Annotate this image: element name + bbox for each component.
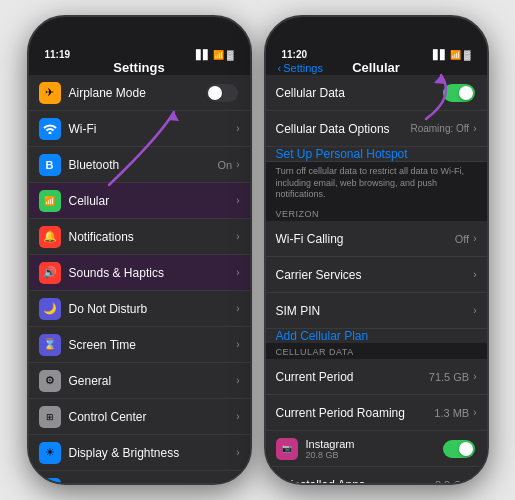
wificalling-value: Off xyxy=(455,233,469,245)
cellular-screen-title: Cellular xyxy=(352,60,400,75)
uninstalledapps-row[interactable]: Uninstalled Apps 8.9 GB › xyxy=(266,467,487,483)
wifi-icon-2: 📶 xyxy=(450,50,461,60)
currentroaming-value: 1.3 MB xyxy=(434,407,469,419)
bluetooth-value: On xyxy=(217,159,232,171)
cellulardata-row[interactable]: Cellular Data xyxy=(266,75,487,111)
wifi-icon xyxy=(39,118,61,140)
section-1: ✈ Airplane Mode Wi-Fi › B Bluetooth On xyxy=(29,75,250,219)
bluetooth-chevron: › xyxy=(236,159,239,170)
homescreen-icon: ⊞ xyxy=(39,478,61,484)
screentime-row[interactable]: ⌛ Screen Time › xyxy=(29,327,250,363)
homescreen-row[interactable]: ⊞ Home Screen › xyxy=(29,471,250,483)
simpin-chevron: › xyxy=(473,305,476,316)
currentperiod-value: 71.5 GB xyxy=(429,371,469,383)
instagram-sub: 20.8 GB xyxy=(306,450,443,460)
notch-2 xyxy=(331,17,421,39)
airplane-toggle[interactable] xyxy=(206,84,238,102)
cellulardataoptions-chevron: › xyxy=(473,123,476,134)
add-cellular-plan-label: Add Cellular Plan xyxy=(276,329,369,343)
notifications-icon: 🔔 xyxy=(39,226,61,248)
wifi-icon-1: 📶 xyxy=(213,50,224,60)
cellulardata-toggle-thumb xyxy=(459,86,473,100)
cellulardataoptions-label: Cellular Data Options xyxy=(276,122,411,136)
verizon-section: Wi-Fi Calling Off › Carrier Services › S… xyxy=(266,221,487,329)
back-chevron: ‹ xyxy=(278,62,282,74)
personal-hotspot-label: Set Up Personal Hotspot xyxy=(276,147,408,161)
currentperiod-row[interactable]: Current Period 71.5 GB › xyxy=(266,359,487,395)
instagram-info: Instagram 20.8 GB xyxy=(306,438,443,460)
personal-hotspot-row[interactable]: Set Up Personal Hotspot xyxy=(266,147,487,162)
general-chevron: › xyxy=(236,375,239,386)
time-1: 11:19 xyxy=(45,49,71,60)
cellular-hint-text: Turn off cellular data to restrict all d… xyxy=(266,162,487,205)
cellular-row[interactable]: 📶 Cellular › xyxy=(29,183,250,219)
uninstalledapps-value: 8.9 GB xyxy=(435,479,469,483)
display-chevron: › xyxy=(236,447,239,458)
signal-icon-2: ▋▋ xyxy=(433,50,447,60)
airplane-toggle-thumb xyxy=(208,86,222,100)
section-3: ⚙ General › ⊞ Control Center › ☀ Display… xyxy=(29,363,250,483)
wifi-row[interactable]: Wi-Fi › xyxy=(29,111,250,147)
airplane-icon: ✈ xyxy=(39,82,61,104)
cellular-label: Cellular xyxy=(69,194,237,208)
screentime-icon: ⌛ xyxy=(39,334,61,356)
uninstalledapps-chevron: › xyxy=(473,479,476,483)
cellulardataoptions-row[interactable]: Cellular Data Options Roaming: Off › xyxy=(266,111,487,147)
donotdisturb-label: Do Not Disturb xyxy=(69,302,237,316)
carrierservices-label: Carrier Services xyxy=(276,268,474,282)
sounds-chevron: › xyxy=(236,267,239,278)
instagram-toggle[interactable] xyxy=(443,440,475,458)
instagram-label: Instagram xyxy=(306,438,443,450)
notifications-row[interactable]: 🔔 Notifications › xyxy=(29,219,250,255)
notch-1 xyxy=(94,17,184,39)
controlcenter-icon: ⊞ xyxy=(39,406,61,428)
wifi-chevron: › xyxy=(236,123,239,134)
currentperiod-label: Current Period xyxy=(276,370,429,384)
currentroaming-row[interactable]: Current Period Roaming 1.3 MB › xyxy=(266,395,487,431)
status-icons-1: ▋▋ 📶 ▓ xyxy=(196,50,234,60)
display-label: Display & Brightness xyxy=(69,446,237,460)
airplane-row[interactable]: ✈ Airplane Mode xyxy=(29,75,250,111)
uninstalledapps-label: Uninstalled Apps xyxy=(276,478,435,483)
controlcenter-row[interactable]: ⊞ Control Center › xyxy=(29,399,250,435)
donotdisturb-row[interactable]: 🌙 Do Not Disturb › xyxy=(29,291,250,327)
currentperiod-chevron: › xyxy=(473,371,476,382)
nav-bar-1: Settings xyxy=(29,60,250,75)
donotdisturb-chevron: › xyxy=(236,303,239,314)
phone-1: 11:19 ▋▋ 📶 ▓ Settings ✈ Airplane Mode xyxy=(27,15,252,485)
display-icon: ☀ xyxy=(39,442,61,464)
back-label: Settings xyxy=(283,62,323,74)
donotdisturb-icon: 🌙 xyxy=(39,298,61,320)
time-2: 11:20 xyxy=(282,49,308,60)
instagram-toggle-thumb xyxy=(459,442,473,456)
currentroaming-label: Current Period Roaming xyxy=(276,406,435,420)
cellulardata-toggle[interactable] xyxy=(443,84,475,102)
status-bar-2: 11:20 ▋▋ 📶 ▓ xyxy=(266,45,487,60)
carrierservices-chevron: › xyxy=(473,269,476,280)
notifications-chevron: › xyxy=(236,231,239,242)
nav-bar-2: ‹ Settings Cellular xyxy=(266,60,487,75)
carrierservices-row[interactable]: Carrier Services › xyxy=(266,257,487,293)
back-button[interactable]: ‹ Settings xyxy=(278,62,323,74)
cellular-main-section: Cellular Data Cellular Data Options Roam… xyxy=(266,75,487,147)
sounds-row[interactable]: 🔊 Sounds & Haptics › xyxy=(29,255,250,291)
display-row[interactable]: ☀ Display & Brightness › xyxy=(29,435,250,471)
simpin-row[interactable]: SIM PIN › xyxy=(266,293,487,329)
controlcenter-label: Control Center xyxy=(69,410,237,424)
instagram-row[interactable]: 📷 Instagram 20.8 GB xyxy=(266,431,487,467)
general-icon: ⚙ xyxy=(39,370,61,392)
screentime-chevron: › xyxy=(236,339,239,350)
add-cellular-plan-row[interactable]: Add Cellular Plan xyxy=(266,329,487,343)
sounds-icon: 🔊 xyxy=(39,262,61,284)
bluetooth-row[interactable]: B Bluetooth On › xyxy=(29,147,250,183)
section-2: 🔔 Notifications › 🔊 Sounds & Haptics › 🌙… xyxy=(29,219,250,363)
cellulardata-section-header: CELLULAR DATA xyxy=(266,343,487,359)
cellular-icon: 📶 xyxy=(39,190,61,212)
cellular-data-apps: Current Period 71.5 GB › Current Period … xyxy=(266,359,487,483)
cellulardata-label: Cellular Data xyxy=(276,86,443,100)
screentime-label: Screen Time xyxy=(69,338,237,352)
verizon-section-header: VERIZON xyxy=(266,205,487,221)
wificalling-row[interactable]: Wi-Fi Calling Off › xyxy=(266,221,487,257)
general-row[interactable]: ⚙ General › xyxy=(29,363,250,399)
instagram-icon: 📷 xyxy=(276,438,298,460)
